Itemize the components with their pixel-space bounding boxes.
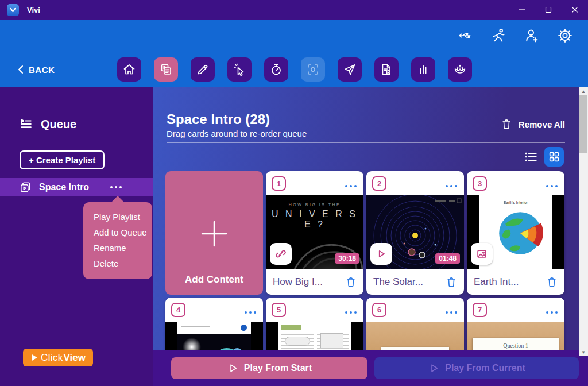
person-add-icon[interactable] [524,28,540,44]
card-options-button[interactable] [344,179,358,190]
pencil-icon [196,63,210,76]
tab-worksheet[interactable] [374,57,399,82]
tab-send[interactable] [338,57,362,82]
timer-icon [269,63,283,76]
list-view-toggle[interactable] [524,149,539,164]
trash-icon [345,276,357,288]
card-options-button[interactable] [444,306,458,316]
tab-wellbeing[interactable] [448,57,472,82]
scroll-up-arrow[interactable]: ▲ [579,87,588,95]
tab-annotate[interactable] [191,57,215,82]
window-title: Vivi [27,6,40,14]
close-button[interactable] [562,0,588,20]
grid-view-icon [548,150,560,163]
nav-row: BACK [0,52,588,87]
queue-card-2[interactable]: 2 01:48 The Solar... [366,171,464,295]
pointer-click-icon [233,63,246,76]
grid-view-toggle[interactable] [544,147,564,167]
usb-icon[interactable] [457,28,473,44]
tab-pointer[interactable] [227,57,252,82]
sidebar-item-queue[interactable]: Queue [19,117,76,132]
menu-item-delete[interactable]: Delete [94,256,152,271]
card-number-badge: 6 [372,303,386,317]
video-type-badge [370,243,392,265]
card-title: The Solar... [373,276,423,288]
card-options-button[interactable] [545,179,559,190]
title-bar: Vivi [0,0,588,20]
menu-item-play-playlist[interactable]: Play Playlist [94,209,152,225]
card-delete-button[interactable] [345,276,357,288]
play-icon [375,248,388,260]
minimize-button[interactable] [509,0,535,20]
back-label: BACK [29,65,55,75]
clickview-click-text: Click [41,352,63,364]
trash-icon [445,276,458,288]
playlist-context-menu: Play Playlist Add to Queue Rename Delete [83,202,152,279]
sidebar-item-playlist[interactable]: Space Intro [0,178,153,196]
card-options-button[interactable] [444,179,458,190]
vertical-scrollbar[interactable]: ▲ ▼ [579,87,588,356]
tab-playlists[interactable] [154,57,178,82]
letterbox-bar [552,195,564,269]
create-playlist-button[interactable]: + Create Playlist [20,150,105,169]
playlist-name: Space Intro [39,182,89,192]
menu-item-add-to-queue[interactable]: Add to Queue [94,225,152,240]
queue-card-3[interactable]: 3 Earth's Interior Earth Int... [467,171,564,295]
image-type-badge [471,243,493,265]
screenshot-icon [306,63,320,76]
earth-diagram [494,207,547,260]
clickview-logo: ClickView [23,349,93,366]
queue-icon [19,117,33,132]
scrollbar-thumb[interactable] [579,95,587,153]
play-from-current-button[interactable]: Play From Current [374,357,579,379]
lotus-icon [453,63,467,76]
card-thumbnail: 01:48 [366,195,464,269]
remove-all-button[interactable]: Remove All [500,118,565,130]
trash-icon [500,118,513,130]
add-content-label: Add Content [165,274,263,285]
card-options-button[interactable] [545,306,559,316]
card-options-button[interactable] [243,306,257,316]
card-number-badge: 3 [473,176,487,191]
clickview-view-text: View [63,352,85,364]
playlists-icon [159,63,173,76]
slide-title: Question 1 [478,342,553,349]
card-options-button[interactable] [344,306,358,316]
plus-icon [165,216,263,252]
tab-charts[interactable] [411,57,435,82]
duration-badge: 30:18 [335,253,359,264]
vivi-logo-icon [7,4,19,16]
list-view-icon [524,149,539,164]
back-button[interactable]: BACK [17,52,55,87]
play-from-start-button[interactable]: Play From Start [171,357,368,379]
playlist-options-button[interactable] [109,186,123,188]
tab-timer[interactable] [264,57,288,82]
duration-badge: 01:48 [435,253,460,264]
remove-all-label: Remove All [519,119,565,129]
app-header [0,20,588,52]
runner-icon[interactable] [490,28,506,44]
image-icon [475,248,488,260]
card-number-badge: 4 [171,303,185,317]
scroll-down-arrow[interactable]: ▼ [579,348,588,356]
trash-icon [546,276,558,288]
queue-title: Space Intro (28) [167,111,270,128]
link-type-badge [270,243,292,265]
play-from-start-label: Play From Start [244,363,312,373]
tab-home[interactable] [117,57,141,82]
home-icon [122,63,136,76]
card-delete-button[interactable] [546,276,558,288]
send-icon [343,63,357,76]
maximize-button[interactable] [535,0,562,20]
clickview-play-icon [30,353,38,362]
link-icon [274,248,287,260]
tab-screenshot[interactable] [301,57,325,82]
sidebar: Queue + Create Playlist Space Intro Play… [0,87,153,386]
queue-card-1[interactable]: 1 HOW BIG IS THE U N I V E R S E ? 30:18… [266,171,363,295]
queue-label: Queue [41,118,76,131]
add-content-card[interactable]: Add Content [165,171,263,295]
card-delete-button[interactable] [445,276,458,288]
settings-icon[interactable] [557,28,573,44]
menu-item-rename[interactable]: Rename [94,240,152,256]
queue-panel: Space Intro (28) Drag cards around to re… [153,87,579,386]
